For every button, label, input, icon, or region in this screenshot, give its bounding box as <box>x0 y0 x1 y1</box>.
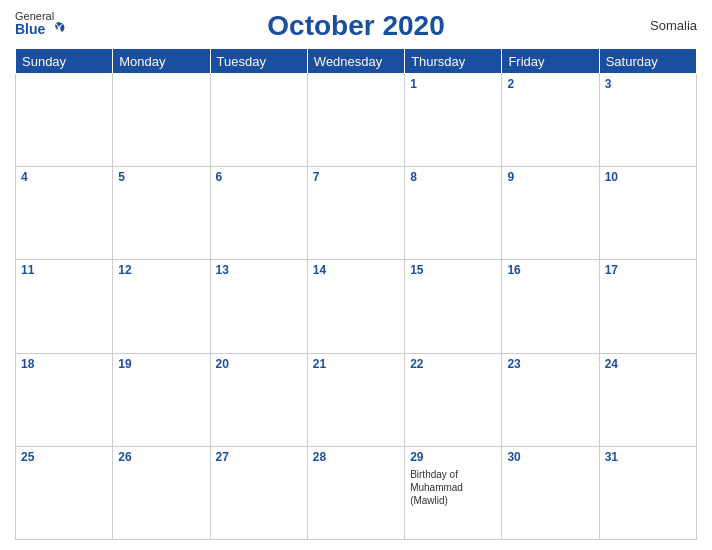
table-row: 22 <box>405 353 502 446</box>
day-number: 19 <box>118 356 204 373</box>
table-row: 7 <box>307 167 404 260</box>
table-row: 4 <box>16 167 113 260</box>
calendar-week-row: 123 <box>16 74 697 167</box>
table-row: 13 <box>210 260 307 353</box>
day-number: 9 <box>507 169 593 186</box>
table-row: 17 <box>599 260 696 353</box>
calendar-table: Sunday Monday Tuesday Wednesday Thursday… <box>15 48 697 540</box>
header-monday: Monday <box>113 49 210 74</box>
calendar-week-row: 2526272829Birthday of Muhammad (Mawlid)3… <box>16 446 697 539</box>
day-number: 20 <box>216 356 302 373</box>
table-row <box>307 74 404 167</box>
table-row: 3 <box>599 74 696 167</box>
table-row: 30 <box>502 446 599 539</box>
table-row: 21 <box>307 353 404 446</box>
table-row: 9 <box>502 167 599 260</box>
table-row: 26 <box>113 446 210 539</box>
logo-general-text: General <box>15 10 65 22</box>
table-row: 31 <box>599 446 696 539</box>
day-number: 21 <box>313 356 399 373</box>
logo: General Blue <box>15 10 65 38</box>
header-friday: Friday <box>502 49 599 74</box>
day-number: 17 <box>605 262 691 279</box>
day-number: 14 <box>313 262 399 279</box>
table-row: 10 <box>599 167 696 260</box>
table-row: 18 <box>16 353 113 446</box>
calendar-week-row: 18192021222324 <box>16 353 697 446</box>
table-row: 29Birthday of Muhammad (Mawlid) <box>405 446 502 539</box>
country-label: Somalia <box>650 18 697 33</box>
header-sunday: Sunday <box>16 49 113 74</box>
calendar-week-row: 11121314151617 <box>16 260 697 353</box>
day-event: Birthday of Muhammad (Mawlid) <box>410 468 496 507</box>
table-row: 5 <box>113 167 210 260</box>
day-number: 28 <box>313 449 399 466</box>
day-number: 30 <box>507 449 593 466</box>
header-saturday: Saturday <box>599 49 696 74</box>
day-number: 22 <box>410 356 496 373</box>
table-row: 6 <box>210 167 307 260</box>
logo-blue-text: Blue <box>15 22 45 37</box>
table-row: 20 <box>210 353 307 446</box>
table-row <box>16 74 113 167</box>
table-row: 24 <box>599 353 696 446</box>
table-row: 16 <box>502 260 599 353</box>
header-wednesday: Wednesday <box>307 49 404 74</box>
table-row: 8 <box>405 167 502 260</box>
table-row: 12 <box>113 260 210 353</box>
header-tuesday: Tuesday <box>210 49 307 74</box>
table-row: 23 <box>502 353 599 446</box>
day-number: 18 <box>21 356 107 373</box>
table-row: 28 <box>307 446 404 539</box>
day-number: 2 <box>507 76 593 93</box>
day-number: 11 <box>21 262 107 279</box>
header-thursday: Thursday <box>405 49 502 74</box>
day-number: 8 <box>410 169 496 186</box>
day-number: 1 <box>410 76 496 93</box>
table-row <box>210 74 307 167</box>
logo-bird-icon <box>47 22 65 38</box>
table-row: 14 <box>307 260 404 353</box>
day-number: 5 <box>118 169 204 186</box>
day-number: 29 <box>410 449 496 466</box>
table-row: 27 <box>210 446 307 539</box>
table-row <box>113 74 210 167</box>
day-number: 26 <box>118 449 204 466</box>
table-row: 25 <box>16 446 113 539</box>
weekday-header-row: Sunday Monday Tuesday Wednesday Thursday… <box>16 49 697 74</box>
day-number: 25 <box>21 449 107 466</box>
table-row: 19 <box>113 353 210 446</box>
table-row: 2 <box>502 74 599 167</box>
day-number: 31 <box>605 449 691 466</box>
day-number: 23 <box>507 356 593 373</box>
calendar-title: October 2020 <box>267 10 444 42</box>
day-number: 10 <box>605 169 691 186</box>
day-number: 13 <box>216 262 302 279</box>
day-number: 24 <box>605 356 691 373</box>
day-number: 27 <box>216 449 302 466</box>
day-number: 16 <box>507 262 593 279</box>
day-number: 15 <box>410 262 496 279</box>
day-number: 4 <box>21 169 107 186</box>
calendar-header: General Blue October 2020 Somalia <box>15 10 697 42</box>
day-number: 7 <box>313 169 399 186</box>
table-row: 11 <box>16 260 113 353</box>
table-row: 15 <box>405 260 502 353</box>
calendar-week-row: 45678910 <box>16 167 697 260</box>
table-row: 1 <box>405 74 502 167</box>
day-number: 12 <box>118 262 204 279</box>
day-number: 6 <box>216 169 302 186</box>
calendar-container: General Blue October 2020 Somalia Sunda <box>0 0 712 550</box>
day-number: 3 <box>605 76 691 93</box>
